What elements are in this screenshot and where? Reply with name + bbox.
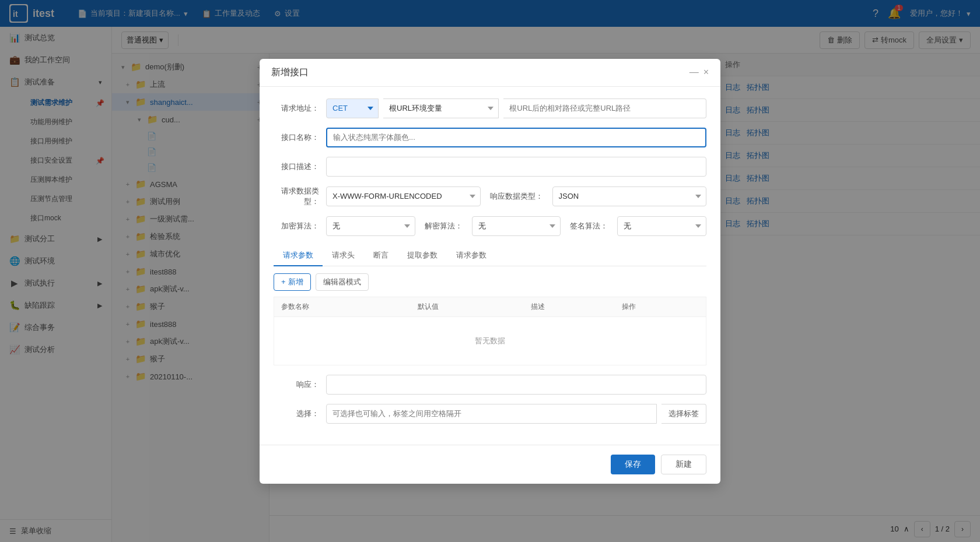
encrypt-select[interactable]: 无 AES	[326, 216, 415, 236]
data-type-row: 请求数据类型： X-WWW-FORM-URLENCODED JSON XML 响…	[274, 186, 706, 207]
algorithm-controls: 无 AES 解密算法： 无 AES 签名算法： 无	[326, 216, 706, 236]
interface-name-row: 接口名称：	[274, 128, 706, 147]
sign-select[interactable]: 无 MD5	[617, 216, 706, 236]
dialog-header: 新增接口 — ×	[260, 59, 720, 87]
tab-request-header[interactable]: 请求头	[323, 245, 364, 266]
new-button[interactable]: 新建	[661, 455, 706, 474]
response-data-type-select[interactable]: JSON XML	[552, 186, 707, 206]
dialog-overlay: 新增接口 — × 请求地址： CET GET POST PUT DELETE	[0, 0, 980, 542]
select-row: 选择： 选择标签	[274, 404, 706, 424]
decrypt-select[interactable]: 无 AES	[472, 216, 561, 236]
select-tag-button[interactable]: 选择标签	[662, 404, 706, 424]
tab-request-params[interactable]: 请求参数	[274, 245, 323, 266]
response-input[interactable]	[326, 375, 706, 395]
col-default-value: 默认值	[411, 297, 524, 316]
dialog-footer: 保存 新建	[260, 445, 720, 484]
encrypt-label: 加密算法：	[274, 221, 326, 231]
interface-desc-row: 接口描述：	[274, 157, 706, 177]
interface-desc-input[interactable]	[326, 157, 706, 177]
dialog-header-icons: — ×	[690, 67, 709, 78]
request-url-row: 请求地址： CET GET POST PUT DELETE 根URL环境变量	[274, 98, 706, 118]
tab-request-params-2[interactable]: 请求参数	[447, 245, 496, 266]
data-type-controls: X-WWW-FORM-URLENCODED JSON XML 响应数据类型： J…	[326, 186, 706, 206]
request-data-type-label: 请求数据类型：	[274, 186, 326, 207]
col-description: 描述	[524, 297, 614, 316]
interface-desc-label: 接口描述：	[274, 161, 326, 172]
select-label: 选择：	[274, 409, 326, 419]
interface-name-label: 接口名称：	[274, 132, 326, 143]
sign-label: 签名算法：	[570, 221, 608, 231]
editor-mode-button[interactable]: 编辑器模式	[316, 273, 369, 291]
url-path-input[interactable]	[503, 98, 706, 118]
decrypt-label: 解密算法：	[425, 221, 463, 231]
method-select[interactable]: CET GET POST PUT DELETE	[326, 98, 379, 118]
algorithm-row: 加密算法： 无 AES 解密算法： 无 AES	[274, 216, 706, 236]
add-label: 新增	[288, 277, 303, 287]
response-data-type-label: 响应数据类型：	[490, 191, 543, 202]
request-data-type-select[interactable]: X-WWW-FORM-URLENCODED JSON XML	[326, 186, 481, 206]
interface-name-input[interactable]	[326, 128, 706, 147]
response-row: 响应：	[274, 375, 706, 395]
request-url-controls: CET GET POST PUT DELETE 根URL环境变量	[326, 98, 706, 118]
tab-assertion[interactable]: 断言	[364, 245, 398, 266]
add-icon: +	[281, 277, 286, 286]
tab-extract-params[interactable]: 提取参数	[398, 245, 447, 266]
col-param-name: 参数名称	[274, 297, 411, 316]
request-url-label: 请求地址：	[274, 103, 326, 114]
params-table: 参数名称 默认值 描述 操作 暂无数据	[274, 297, 706, 365]
add-interface-dialog: 新增接口 — × 请求地址： CET GET POST PUT DELETE	[260, 59, 720, 484]
response-label: 响应：	[274, 379, 326, 390]
dialog-collapse-btn[interactable]: —	[690, 67, 699, 78]
col-operations: 操作	[615, 297, 706, 316]
add-param-button[interactable]: + 新增	[274, 273, 311, 291]
dialog-body: 请求地址： CET GET POST PUT DELETE 根URL环境变量	[260, 87, 720, 445]
params-tabs: 请求参数 请求头 断言 提取参数 请求参数	[274, 245, 706, 266]
params-toolbar: + 新增 编辑器模式	[274, 273, 706, 291]
dialog-close-btn[interactable]: ×	[704, 67, 709, 78]
dialog-title: 新增接口	[271, 66, 309, 79]
empty-data-text: 暂无数据	[281, 322, 699, 360]
tag-input[interactable]	[326, 404, 657, 424]
save-button[interactable]: 保存	[611, 455, 655, 474]
url-env-select[interactable]: 根URL环境变量	[383, 98, 499, 118]
